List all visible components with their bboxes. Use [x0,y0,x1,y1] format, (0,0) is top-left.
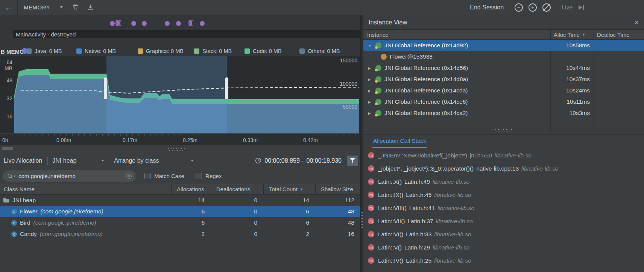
x-axis-label: 0.25m [183,137,197,143]
call-stack-frame[interactable]: m Latin::IV() Latin.h:25 libnative-lib.s… [363,254,644,267]
jni-ref-icon [375,42,381,48]
memory-chart[interactable] [0,56,360,133]
table-row-flower[interactable]: c Flower (com.google.jnirefdemo) 6 0 6 4… [0,206,360,217]
timeline-splitter[interactable] [0,145,360,153]
event-timeline: (((( ((( [0,15,360,29]
back-button[interactable]: ← [0,0,17,15]
call-stack-frame[interactable]: m Latin::VI() Latin.h:33 libnative-lib.s… [363,228,644,241]
profiler-type-label: MEMORY [24,4,50,11]
jni-ref-icon [375,88,381,94]
class-icon: c [11,209,17,215]
table-row-bird[interactable]: c Bird (com.google.jnirefdemo) 6 0 6 48 [0,217,360,228]
end-session-button[interactable]: End Session [470,4,504,11]
live-allocation-label: Live Allocation [4,157,42,164]
call-stack-list: m _JNIEnv::NewGlobalRef(_jobject*) jni.h… [363,149,644,272]
legend-swatch [245,48,250,54]
splitter-handle[interactable] [168,148,185,151]
column-header-deallocations[interactable]: Deallocations [211,184,263,195]
instance-row[interactable]: ▶ JNI Global Reference (0x14d8a) 10s37ms [363,74,644,85]
chevron-down-icon [101,160,104,162]
chevron-down-icon [191,160,194,162]
instance-view-titlebar: Instance View × [363,15,644,29]
method-icon: m [368,244,374,251]
method-icon: m [368,165,374,172]
expand-icon[interactable]: ▶ [368,111,372,115]
legend-item-native: Native: 0 MB [76,48,116,54]
expand-icon[interactable]: ▶ [368,100,372,104]
jni-ref-icon [375,65,381,71]
export-session-button[interactable] [83,0,98,15]
expand-icon[interactable]: ▶ [368,89,372,93]
filter-button[interactable] [347,156,358,166]
instance-row[interactable]: ▶ JNI Global Reference (0x14ce6) 10s11ms [363,96,644,107]
column-header-allocations[interactable]: Allocations [171,184,211,195]
selection-handle-left[interactable] [104,77,107,99]
selection-region[interactable] [106,56,227,133]
table-row-candy[interactable]: c Candy (com.google.jnirefdemo) 2 0 2 16 [0,228,360,240]
zoom-in-button[interactable]: + [529,3,537,12]
call-stack-frame[interactable]: m _jobject*, _jobject*)::$_0::operator()… [363,162,644,175]
discard-session-button[interactable] [68,0,83,15]
instance-table-header: Instance Alloc Time ▼ Dealloc Time [363,29,644,40]
tab-allocation-call-stack[interactable]: Allocation Call Stack [372,134,427,148]
go-live-icon[interactable] [579,5,584,10]
instance-icon [381,54,387,60]
search-icon [7,173,16,179]
column-header-instance[interactable]: Instance [363,32,550,38]
close-icon[interactable]: × [634,18,639,26]
vertical-splitter[interactable] [360,15,363,272]
toolbar-divider [47,157,48,165]
chevron-down-icon [60,6,63,8]
instance-view-pane: Instance View × Instance Alloc Time ▼ De… [363,15,644,272]
column-header-dealloc-time[interactable]: Dealloc Time [594,29,644,40]
match-case-label: Match Case [154,173,184,179]
y-axis-label: 32 [0,95,12,101]
column-header-alloc-time[interactable]: Alloc Time ▼ [550,29,594,40]
call-stack-frame[interactable]: m Latin::V() Latin.h:29 libnative-lib.so [363,241,644,254]
timeline-scrollbar[interactable] [2,147,13,150]
column-header-class-name[interactable]: Class Name [0,184,171,195]
expand-icon[interactable]: ▶ [368,66,372,70]
method-icon: m [368,257,374,264]
top-toolbar: ← MEMORY End Session − + Live [0,0,644,15]
zoom-out-button[interactable]: − [515,3,523,12]
heap-dropdown[interactable]: JNI heap [52,153,104,168]
allocation-toolbar: Live Allocation JNI heap Arrange by clas… [0,153,360,168]
instance-row[interactable]: ▼ JNI Global Reference (0x14d92) 10s58ms [363,40,644,51]
expand-icon[interactable]: ▶ [368,77,372,82]
call-stack-frame[interactable]: m Latin::IX() Latin.h:45 libnative-lib.s… [363,188,644,201]
live-button[interactable]: Live [562,4,573,11]
column-header-total-count[interactable]: Total Count ▼ [263,184,315,195]
collapse-icon[interactable]: ▼ [368,44,372,48]
call-stack-frame[interactable]: m _JNIEnv::NewGlobalRef(_jobject*) jni.h… [363,149,644,162]
activity-lifecycle-bar[interactable]: MainActivity - destroyed [13,30,360,38]
column-header-shallow-size[interactable]: Shallow Size [315,184,360,195]
search-input[interactable] [18,173,126,179]
profiler-type-dropdown[interactable]: MEMORY [18,0,68,15]
time-axis: 0h 0.08m 0.17m 0.25m 0.33m 0.42m [0,133,360,145]
instance-row[interactable]: ▶ JNI Global Reference (0x14cda) 10s24ms [363,85,644,96]
memory-profiler-window: ← MEMORY End Session − + Live [0,0,644,272]
clear-search-button[interactable] [126,173,132,179]
search-field[interactable] [3,171,135,181]
selection-handle-right[interactable] [225,77,228,99]
class-table: JNI heap 14 0 14 112 c Flower (com.googl… [0,195,360,272]
sort-arrow-icon: ▼ [582,33,585,36]
call-stack-frame[interactable]: m Latin::X() Latin.h:49 libnative-lib.so [363,175,644,188]
arrange-dropdown[interactable]: Arrange by class [114,153,194,168]
y-axis-right-label: 50000 [343,104,357,110]
clear-icon [126,173,132,179]
horizontal-splitter[interactable] [363,129,644,131]
table-row-jni-heap[interactable]: JNI heap 14 0 14 112 [0,195,360,206]
regex-checkbox[interactable] [196,173,202,179]
instance-row[interactable]: ▶ JNI Global Reference (0x14d56) 10s44ms [363,62,644,74]
reset-zoom-button[interactable] [542,3,551,12]
class-table-header: Class Name Allocations Deallocations Tot… [0,184,360,195]
instance-child-row[interactable]: Flower@153938 [363,51,644,62]
y-axis-label: 48 [0,77,12,83]
legend-item-stack: Stack: 0 MB [194,48,232,54]
call-stack-frame[interactable]: m Latin::VII() Latin.h:37 libnative-lib.… [363,215,644,228]
call-stack-frame[interactable]: m Latin::VIII() Latin.h:41 libnative-lib… [363,201,644,215]
instance-row[interactable]: ▶ JNI Global Reference (0x14ca2) 10s3ms [363,107,644,119]
match-case-checkbox[interactable] [144,173,151,179]
